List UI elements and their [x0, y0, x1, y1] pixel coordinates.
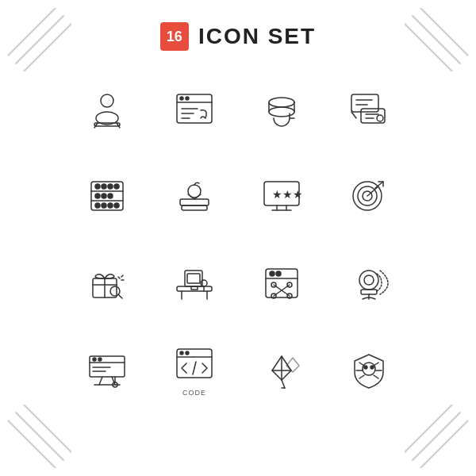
- svg-rect-77: [191, 286, 198, 290]
- icon-cell-fireworks: [238, 327, 325, 414]
- svg-point-40: [108, 184, 113, 189]
- svg-point-96: [93, 358, 96, 361]
- svg-line-111: [282, 380, 285, 388]
- icon-wrapper-chat: [348, 88, 390, 129]
- svg-point-27: [269, 107, 294, 117]
- svg-point-38: [95, 184, 100, 189]
- gift-search-icon: [86, 263, 128, 304]
- server-refresh-icon: [261, 88, 302, 129]
- browser-icon: [174, 88, 215, 129]
- security-camera-icon: [348, 263, 390, 304]
- svg-point-43: [102, 194, 106, 198]
- icon-wrapper-server-refresh: [261, 88, 302, 129]
- icon-cell-browser: [151, 65, 238, 152]
- monitor-stars-icon: ★★★: [261, 175, 302, 217]
- svg-rect-50: [182, 205, 207, 210]
- icon-wrapper-shield-bug: [348, 350, 390, 391]
- svg-point-44: [108, 194, 113, 198]
- svg-point-107: [180, 351, 183, 355]
- icon-cell-security-camera: [325, 240, 413, 327]
- svg-rect-92: [361, 290, 377, 294]
- svg-point-78: [201, 280, 207, 286]
- icon-cell-monitor-stars: ★★★: [238, 152, 325, 240]
- svg-point-39: [102, 184, 106, 189]
- icon-count-badge: 16: [160, 22, 189, 51]
- icon-wrapper-gift-search: [86, 263, 128, 304]
- svg-point-20: [186, 97, 189, 100]
- icon-grid: ★★★: [48, 65, 428, 414]
- svg-line-68: [118, 294, 122, 298]
- svg-point-24: [269, 98, 294, 107]
- chat-icon: [348, 88, 390, 129]
- icon-wrapper-billboard: [86, 350, 128, 391]
- icon-cell-server-refresh: [238, 65, 325, 152]
- icon-wrapper-code: CODE: [174, 344, 215, 397]
- svg-line-109: [193, 362, 196, 374]
- svg-rect-76: [187, 274, 200, 283]
- books-apple-icon: [174, 175, 215, 217]
- svg-point-83: [276, 271, 281, 276]
- desk-icon: [174, 263, 215, 304]
- icon-wrapper-desk: [174, 263, 215, 304]
- icon-wrapper-books-apple: [174, 175, 215, 217]
- shield-bug-icon: [348, 350, 390, 391]
- svg-line-98: [99, 377, 102, 385]
- icon-cell-code: CODE: [151, 327, 238, 414]
- svg-line-117: [359, 363, 364, 366]
- icon-cell-person: [63, 65, 151, 152]
- svg-point-91: [364, 275, 374, 285]
- header: 16 ICON SET: [0, 0, 476, 65]
- abacus-icon: [86, 175, 128, 217]
- svg-point-19: [180, 97, 183, 100]
- scissors-board-icon: [261, 263, 302, 304]
- svg-point-12: [101, 94, 113, 107]
- svg-line-71: [118, 277, 120, 278]
- icon-cell-target: [325, 152, 413, 240]
- svg-rect-72: [177, 286, 212, 291]
- svg-rect-49: [180, 199, 209, 205]
- deco-bottomright: [405, 405, 468, 468]
- billboard-icon: [86, 350, 128, 391]
- deco-bottomleft: [8, 405, 71, 468]
- icon-cell-shield-bug: [325, 327, 413, 414]
- svg-point-97: [98, 358, 102, 361]
- svg-point-123: [364, 366, 367, 369]
- icon-cell-books-apple: [151, 152, 238, 240]
- fireworks-icon: [261, 350, 302, 391]
- icon-wrapper-fireworks: [261, 350, 302, 391]
- svg-point-124: [370, 366, 374, 369]
- svg-line-53: [194, 194, 201, 199]
- page-title: ICON SET: [198, 24, 316, 49]
- target-icon: [348, 175, 390, 217]
- code-icon: [174, 344, 215, 386]
- svg-point-48: [114, 203, 119, 208]
- svg-point-47: [108, 203, 113, 208]
- icon-cell-desk: [151, 240, 238, 327]
- svg-point-42: [95, 194, 100, 198]
- icon-wrapper-target: [348, 175, 390, 217]
- svg-line-122: [374, 375, 378, 378]
- svg-line-118: [374, 363, 378, 366]
- svg-point-46: [102, 203, 106, 208]
- svg-point-34: [377, 115, 383, 121]
- svg-point-41: [114, 184, 119, 189]
- icon-cell-billboard: [63, 327, 151, 414]
- svg-point-108: [186, 351, 189, 355]
- svg-line-121: [359, 375, 364, 378]
- code-label: CODE: [182, 389, 206, 397]
- icon-wrapper-person: [86, 88, 128, 129]
- icon-wrapper-security-camera: [348, 263, 390, 304]
- svg-point-90: [359, 271, 378, 290]
- icon-wrapper-scissors-board: [261, 263, 302, 304]
- icon-wrapper-abacus: [86, 175, 128, 217]
- svg-text:★★★: ★★★: [272, 188, 302, 201]
- icon-cell-gift-search: [63, 240, 151, 327]
- svg-point-45: [95, 203, 100, 208]
- person-icon: [86, 88, 128, 129]
- icon-wrapper-browser: [174, 88, 215, 129]
- icon-cell-scissors-board: [238, 240, 325, 327]
- svg-line-69: [121, 275, 123, 277]
- svg-point-82: [270, 271, 274, 276]
- icon-cell-chat: [325, 65, 413, 152]
- icon-cell-abacus: [63, 152, 151, 240]
